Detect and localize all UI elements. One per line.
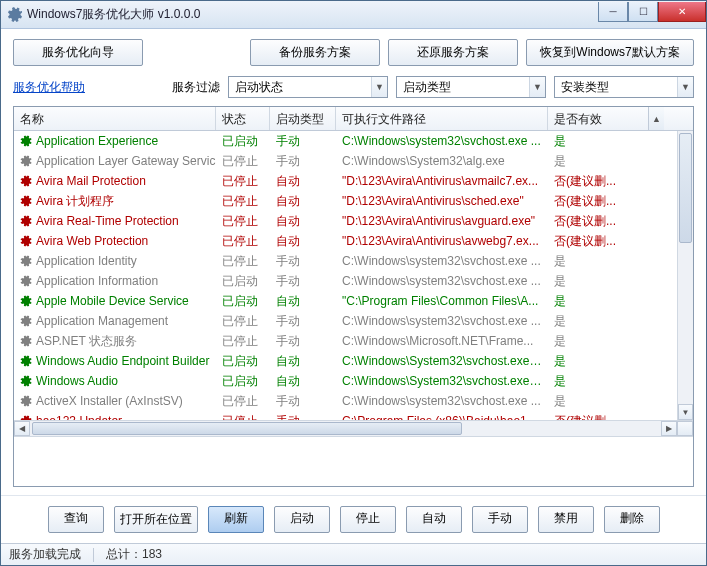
grid-body: Application Experience已启动手动C:\Windows\sy…	[14, 131, 693, 420]
disable-button[interactable]: 禁用	[538, 506, 594, 533]
query-button[interactable]: 查询	[48, 506, 104, 533]
start-type-combo[interactable]: 启动类型 ▼	[396, 76, 546, 98]
cell-state: 已停止	[216, 191, 270, 212]
col-type[interactable]: 启动类型	[270, 107, 336, 130]
close-button[interactable]: ✕	[658, 2, 706, 22]
chevron-down-icon: ▼	[677, 77, 693, 97]
cell-type: 手动	[270, 331, 336, 352]
scroll-thumb[interactable]	[679, 133, 692, 243]
cell-type: 自动	[270, 211, 336, 232]
open-location-button[interactable]: 打开所在位置	[114, 506, 198, 533]
gear-icon	[20, 155, 32, 167]
start-button[interactable]: 启动	[274, 506, 330, 533]
cell-name: Application Management	[36, 314, 168, 328]
gear-icon	[20, 395, 32, 407]
scroll-corner	[677, 421, 693, 436]
cell-state: 已启动	[216, 271, 270, 292]
cell-name: Application Information	[36, 274, 158, 288]
top-toolbar: 服务优化向导 备份服务方案 还原服务方案 恢复到Windows7默认方案	[1, 29, 706, 72]
table-row[interactable]: Application Information已启动手动C:\Windows\s…	[14, 271, 677, 291]
cell-name: Windows Audio Endpoint Builder	[36, 354, 209, 368]
delete-button[interactable]: 删除	[604, 506, 660, 533]
col-state[interactable]: 状态	[216, 107, 270, 130]
col-name[interactable]: 名称	[14, 107, 216, 130]
table-row[interactable]: Avira Web Protection已停止自动"D:\123\Avira\A…	[14, 231, 677, 251]
table-row[interactable]: Windows Audio已启动自动C:\Windows\System32\sv…	[14, 371, 677, 391]
cell-state: 已停止	[216, 251, 270, 272]
cell-path: C:\Windows\Microsoft.NET\Frame...	[336, 332, 548, 350]
cell-valid: 是	[548, 251, 648, 272]
auto-button[interactable]: 自动	[406, 506, 462, 533]
vertical-scrollbar[interactable]: ▼	[677, 131, 693, 420]
cell-path: C:\Windows\System32\svchost.exe ...	[336, 372, 548, 390]
grid-header: 名称 状态 启动类型 可执行文件路径 是否有效 ▲	[14, 107, 693, 131]
backup-button[interactable]: 备份服务方案	[250, 39, 380, 66]
scroll-track[interactable]	[678, 131, 693, 404]
wizard-button[interactable]: 服务优化向导	[13, 39, 143, 66]
table-row[interactable]: Avira Mail Protection已停止自动"D:\123\Avira\…	[14, 171, 677, 191]
start-state-combo[interactable]: 启动状态 ▼	[228, 76, 388, 98]
chevron-down-icon: ▼	[529, 77, 545, 97]
cell-valid: 否(建议删...	[548, 191, 648, 212]
horizontal-scrollbar[interactable]: ◀ ▶	[14, 420, 693, 436]
hscroll-thumb[interactable]	[32, 422, 462, 435]
cell-state: 已启动	[216, 371, 270, 392]
cell-path: C:\Windows\system32\svchost.exe ...	[336, 252, 548, 270]
hscroll-track[interactable]	[30, 421, 661, 436]
table-row[interactable]: Apple Mobile Device Service已启动自动"C:\Prog…	[14, 291, 677, 311]
rows-container: Application Experience已启动手动C:\Windows\sy…	[14, 131, 677, 420]
maximize-button[interactable]: ☐	[628, 2, 658, 22]
cell-path: "C:\Program Files\Common Files\A...	[336, 292, 548, 310]
scroll-down-button[interactable]: ▼	[678, 404, 693, 420]
minimize-button[interactable]: ─	[598, 2, 628, 22]
cell-valid: 是	[548, 291, 648, 312]
cell-valid: 是	[548, 331, 648, 352]
cell-state: 已停止	[216, 311, 270, 332]
table-row[interactable]: Application Layer Gateway Service已停止手动C:…	[14, 151, 677, 171]
combo-value: 启动类型	[403, 79, 451, 96]
table-row[interactable]: Avira Real-Time Protection已停止自动"D:\123\A…	[14, 211, 677, 231]
cell-path: C:\Windows\System32\alg.exe	[336, 152, 548, 170]
cell-name: Avira Real-Time Protection	[36, 214, 179, 228]
restore-default-button[interactable]: 恢复到Windows7默认方案	[526, 39, 694, 66]
manual-button[interactable]: 手动	[472, 506, 528, 533]
cell-state: 已停止	[216, 391, 270, 412]
cell-name: Windows Audio	[36, 374, 118, 388]
cell-name: Application Layer Gateway Service	[36, 154, 216, 168]
table-row[interactable]: Application Identity已停止手动C:\Windows\syst…	[14, 251, 677, 271]
gear-icon	[20, 355, 32, 367]
table-row[interactable]: Application Management已停止手动C:\Windows\sy…	[14, 311, 677, 331]
table-row[interactable]: Application Experience已启动手动C:\Windows\sy…	[14, 131, 677, 151]
table-row[interactable]: ActiveX Installer (AxInstSV)已停止手动C:\Wind…	[14, 391, 677, 411]
scroll-up-button[interactable]: ▲	[648, 107, 664, 130]
cell-name: ActiveX Installer (AxInstSV)	[36, 394, 183, 408]
gear-icon	[20, 295, 32, 307]
restore-button[interactable]: 还原服务方案	[388, 39, 518, 66]
cell-path: "D:\123\Avira\Antivirus\avwebg7.ex...	[336, 232, 548, 250]
table-row[interactable]: hao123 Updater已停止手动C:\Program Files (x86…	[14, 411, 677, 420]
col-valid[interactable]: 是否有效	[548, 107, 648, 130]
install-type-combo[interactable]: 安装类型 ▼	[554, 76, 694, 98]
scroll-right-button[interactable]: ▶	[661, 421, 677, 436]
app-window: Windows7服务优化大师 v1.0.0.0 ─ ☐ ✕ 服务优化向导 备份服…	[0, 0, 707, 566]
refresh-button[interactable]: 刷新	[208, 506, 264, 533]
cell-valid: 否(建议删...	[548, 171, 648, 192]
table-row[interactable]: Avira 计划程序已停止自动"D:\123\Avira\Antivirus\s…	[14, 191, 677, 211]
cell-type: 自动	[270, 171, 336, 192]
table-row[interactable]: ASP.NET 状态服务已停止手动C:\Windows\Microsoft.NE…	[14, 331, 677, 351]
status-message: 服务加载完成	[9, 546, 81, 563]
bottom-toolbar: 查询 打开所在位置 刷新 启动 停止 自动 手动 禁用 删除	[1, 495, 706, 543]
table-row[interactable]: Windows Audio Endpoint Builder已启动自动C:\Wi…	[14, 351, 677, 371]
cell-name: Application Experience	[36, 134, 158, 148]
col-path[interactable]: 可执行文件路径	[336, 107, 548, 130]
cell-valid: 是	[548, 351, 648, 372]
cell-path: C:\Program Files (x86)\Baidu\hao12...	[336, 412, 548, 420]
help-link[interactable]: 服务优化帮助	[13, 79, 85, 96]
cell-state: 已停止	[216, 151, 270, 172]
filter-label: 服务过滤	[172, 79, 220, 96]
stop-button[interactable]: 停止	[340, 506, 396, 533]
cell-type: 手动	[270, 271, 336, 292]
cell-type: 手动	[270, 251, 336, 272]
scroll-left-button[interactable]: ◀	[14, 421, 30, 436]
window-controls: ─ ☐ ✕	[598, 2, 706, 22]
